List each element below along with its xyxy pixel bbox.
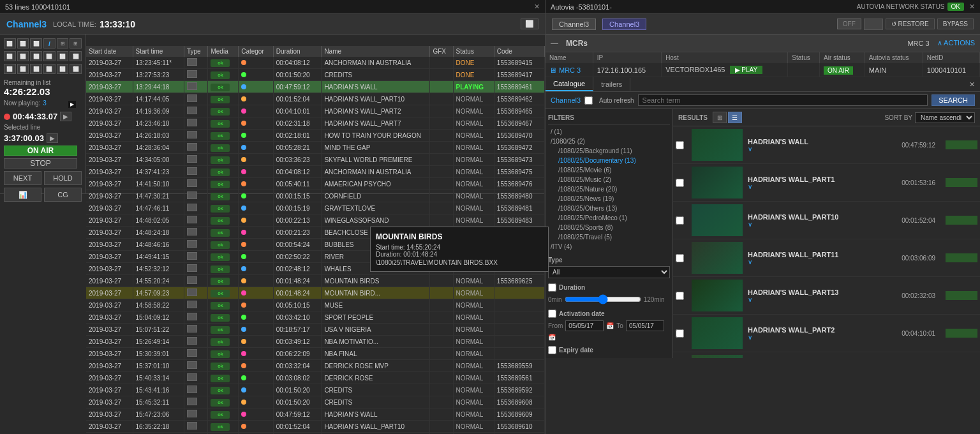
duration-slider[interactable] [565,294,641,304]
table-row[interactable]: 2019-03-27 14:48:02:05 ok 00:00:22:13 WI… [86,214,545,227]
play-button[interactable]: ▶ PLAY [730,66,763,74]
close-catalogue-icon[interactable]: ✕ [964,78,980,91]
filter-item[interactable]: /1080/25/Others (13) [548,204,670,213]
list-item[interactable]: HADRIAN'S WALL ∨ 00:47:59:12 [673,126,980,164]
toolbar-btn-1[interactable]: ⬜ [4,38,16,49]
result-checkbox-3[interactable] [676,254,684,262]
filter-item[interactable]: /1080/25/Sports (8) [548,223,670,232]
table-row[interactable]: 2019-03-27 14:28:36:04 ok 00:05:28:21 MI… [86,142,545,154]
filter-item[interactable]: /1080/25/Nature (20) [548,184,670,194]
catalogue-tab[interactable]: Catalogue [546,77,593,91]
from-date-input[interactable] [565,320,604,331]
remaining-arrow-icon[interactable]: ▶ [60,112,71,121]
table-row[interactable]: 2019-03-27 13:27:53:23 ok 00:01:50:20 CR… [86,69,545,81]
toolbar-btn-2[interactable]: ⬜ [17,38,29,49]
table-row[interactable]: 2019-03-27 14:47:46:11 ok 00:00:15:19 GR… [86,202,545,214]
toolbar-btn-3[interactable]: ⬜ [30,38,42,49]
actions-button[interactable]: ∧ ACTIONS [937,39,975,47]
search-input[interactable] [638,94,928,106]
duration-checkbox[interactable] [548,283,556,292]
filter-item[interactable]: /1080/25/Travel (5) [548,232,670,242]
auto-refresh-checkbox[interactable] [584,96,593,105]
toolbar-btn-8[interactable]: ⬜ [17,51,29,61]
to-calendar-icon[interactable]: 📅 [548,334,556,341]
info-icon[interactable]: i [43,38,56,49]
table-row[interactable]: 2019-03-27 14:37:41:23 ok 00:04:08:12 AN… [86,166,545,178]
toolbar-btn-12[interactable]: ⬜ [70,51,82,61]
list-item[interactable]: HADRIAN'S WALL_PART13 ∨ 00:02:32:03 [673,277,980,315]
filter-item[interactable]: /1080/25/News (19) [548,194,670,204]
toolbar-btn-11[interactable]: ⬜ [57,51,69,61]
on-air-button[interactable]: ON AIR [4,146,77,156]
toolbar-btn-5[interactable]: ⊞ [57,38,69,49]
result-expand-icon[interactable]: ∨ [748,221,896,228]
expiry-checkbox[interactable] [548,346,556,354]
list-item[interactable]: HADRIAN'S WALL_PART11 ∨ 00:03:06:09 [673,239,980,277]
result-add-button[interactable] [946,178,977,187]
table-row[interactable]: 2019-03-27 15:45:32:11 ok 00:01:50:20 CR… [86,396,545,408]
table-row[interactable]: 2019-03-27 15:43:41:16 ok 00:01:50:20 CR… [86,384,545,396]
table-row[interactable]: 2019-03-27 14:58:58:22 ok 00:05:10:15 MU… [86,299,545,311]
activation-checkbox[interactable] [548,310,556,318]
filter-item[interactable]: /1080/25/Background (11) [548,146,670,156]
result-add-button[interactable] [946,216,977,225]
table-row[interactable]: 2019-03-27 14:57:09:23 ok 00:01:48:24 MO… [86,287,545,299]
table-row[interactable]: 2019-03-27 14:26:18:03 ok 00:02:18:01 HO… [86,130,545,142]
table-row[interactable]: 2019-03-27 14:17:44:05 ok 00:01:52:04 HA… [86,93,545,105]
result-checkbox-0[interactable] [676,141,684,149]
left-settings-icon[interactable]: ⬜ [521,19,538,29]
filter-item[interactable]: /1080/25 (2) [548,137,670,146]
table-row[interactable]: 2019-03-27 15:04:09:12 ok 00:03:42:10 SP… [86,311,545,324]
trailers-tab[interactable]: trailers [593,78,630,91]
table-row[interactable]: 2019-03-27 15:30:39:01 ok 00:06:22:09 NB… [86,348,545,360]
channel-tab-1[interactable]: Channel3 [552,19,596,30]
toolbar-btn-6[interactable]: ⊞ [70,38,82,49]
table-row[interactable]: 2019-03-27 14:47:30:21 ok 00:00:15:15 CO… [86,190,545,202]
table-row[interactable]: 2019-03-27 14:23:46:10 ok 00:02:31:18 HA… [86,117,545,130]
from-calendar-icon[interactable]: 📅 [606,322,614,329]
table-row[interactable]: 2019-03-27 15:26:49:14 ok 00:03:49:12 NB… [86,336,545,348]
result-checkbox-2[interactable] [676,216,684,225]
filter-item[interactable]: /1080/25/Documentary (13) [548,156,670,165]
list-view-btn[interactable]: ☰ [728,112,742,123]
result-add-button[interactable] [946,253,977,262]
list-item[interactable]: HADRIAN'S WALL_PART1 ∨ 00:01:53:16 [673,164,980,202]
filter-item[interactable]: /1080/25/PedroMeco (1) [548,213,670,223]
result-expand-icon[interactable]: ∨ [748,146,896,153]
result-add-button[interactable] [946,140,977,149]
close-left-icon[interactable]: ✕ [534,3,540,11]
toolbar-btn-18[interactable]: ⬜ [70,64,82,74]
hold-button[interactable]: HOLD [44,171,82,185]
toolbar-btn-15[interactable]: ⬜ [30,64,42,74]
toolbar-btn-10[interactable]: ⬜ [43,51,56,61]
result-add-button[interactable] [946,329,977,338]
table-row[interactable]: 2019-03-27 14:34:05:00 ok 00:03:36:23 SK… [86,154,545,166]
list-item[interactable]: HADRIAN'S WALL_PART4 ∨ 00:06:46:01 [673,352,980,358]
table-row[interactable]: 2019-03-27 16:35:22:18 ok 00:01:52:04 HA… [86,421,545,433]
table-row[interactable]: 2019-03-27 15:37:01:10 ok 00:03:32:04 DE… [86,360,545,372]
sort-select[interactable]: Name ascendi [915,112,975,123]
toolbar-btn-17[interactable]: ⬜ [57,64,69,74]
list-item[interactable]: HADRIAN'S WALL_PART2 ∨ 00:04:10:01 [673,315,980,352]
result-checkbox-4[interactable] [676,292,684,300]
toolbar-btn-9[interactable]: ⬜ [30,51,42,61]
filter-item[interactable]: /ITV (4) [548,242,670,251]
table-row[interactable]: 2019-03-27 14:19:36:09 ok 00:04:10:01 HA… [86,105,545,117]
toolbar-btn-14[interactable]: ⬜ [17,64,29,74]
result-expand-icon[interactable]: ∨ [748,258,896,266]
mcr-expand-icon[interactable]: — [551,39,558,48]
table-row[interactable]: 2019-03-27 15:07:51:22 ok 00:18:57:17 US… [86,324,545,336]
toolbar-btn-13[interactable]: ⬜ [4,64,16,74]
table-row[interactable]: 2019-03-27 15:40:33:14 ok 00:03:08:02 DE… [86,372,545,384]
result-checkbox-5[interactable] [676,329,684,338]
restore-button[interactable]: ↺ RESTORE [886,19,935,29]
table-row[interactable]: 2019-03-27 14:55:20:24 ok 00:01:48:24 MO… [86,275,545,287]
filter-item[interactable]: /1080/25/Music (2) [548,175,670,184]
close-right-icon[interactable]: ✕ [969,3,975,11]
result-expand-icon[interactable]: ∨ [748,296,896,303]
table-row[interactable]: 2019-03-27 15:47:23:06 ok 00:47:59:12 HA… [86,408,545,421]
table-row[interactable]: 2019-03-27 13:29:44:18 ok 00:47:59:12 HA… [86,81,545,93]
selected-arrow-icon[interactable]: ▶ [47,133,58,143]
bypass-button[interactable]: BYPASS [937,19,974,29]
table-row[interactable]: 2019-03-27 13:23:45:11* ok 00:04:08:12 A… [86,57,545,69]
